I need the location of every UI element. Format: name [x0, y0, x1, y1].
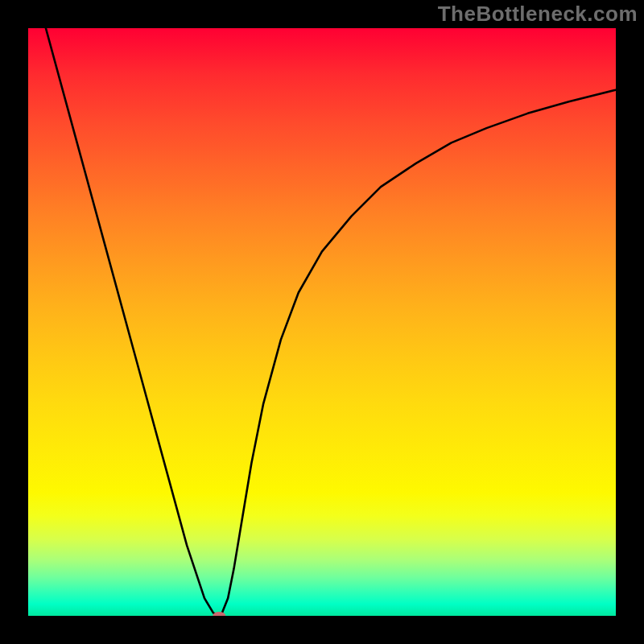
optimum-marker: [213, 612, 225, 616]
watermark-text: TheBottleneck.com: [438, 2, 638, 27]
plot-area: [28, 28, 616, 616]
curve-path: [28, 28, 616, 616]
chart-frame: TheBottleneck.com: [0, 0, 644, 644]
bottleneck-curve: [28, 28, 616, 616]
